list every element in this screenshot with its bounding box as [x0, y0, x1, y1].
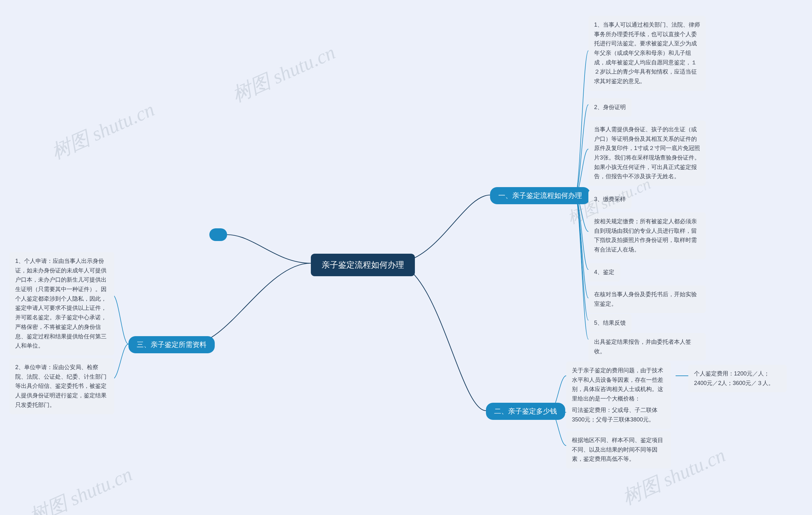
b1-item-4[interactable]: 按相关规定缴费；所有被鉴定人都必须亲自到现场由我们的专业人员进行取样，留下指纹及…	[588, 212, 706, 259]
b1-item-3[interactable]: 3、缴费采样	[588, 190, 632, 209]
b1-item-2[interactable]: 当事人需提供身份证、孩子的出生证（或户口）等证明身份及其相互关系的证件的原件及复…	[588, 121, 706, 186]
b2-item-1[interactable]: 司法鉴定费用：父或母、子二联体3500元；父母子三联体3800元。	[566, 401, 671, 429]
branch-materials[interactable]: 三、亲子鉴定所需资料	[128, 336, 215, 353]
b2-sub[interactable]: 个人鉴定费用：1200元／人；2400元／2人；3600元／３人。	[688, 365, 787, 392]
b1-item-8[interactable]: 出具鉴定结果报告，并由委托者本人签收。	[588, 333, 706, 361]
branch-cost-label: 二、亲子鉴定多少钱	[494, 407, 557, 415]
b1-item-7[interactable]: 5、结果反馈	[588, 314, 632, 332]
b2-item-2[interactable]: 根据地区不同、样本不同、鉴定项目不同、以及出结果的时间不同等因素，鉴定费用高低不…	[566, 431, 671, 468]
center-title: 亲子鉴定流程如何办理	[322, 260, 404, 270]
branch-process[interactable]: 一、亲子鉴定流程如何办理	[490, 187, 590, 204]
branch-process-label: 一、亲子鉴定流程如何办理	[498, 191, 582, 200]
branch-cost[interactable]: 二、亲子鉴定多少钱	[486, 403, 565, 420]
b1-item-1[interactable]: 2、身份证明	[588, 98, 632, 117]
b1-item-6[interactable]: 在核对当事人身份及委托书后，开始实验室鉴定。	[588, 285, 706, 313]
center-topic[interactable]: 亲子鉴定流程如何办理	[311, 254, 415, 276]
b3-item-0[interactable]: 1、个人申请：应由当事人出示身份证，如未办身份证的未成年人可提供户口本，未办户口…	[9, 252, 114, 355]
b3-item-1[interactable]: 2、单位申请：应由公安局、检察院、法院、公证处、纪委、计生部门等出具介绍信、鉴定…	[9, 358, 114, 414]
empty-branch[interactable]	[209, 228, 227, 241]
b1-item-5[interactable]: 4、鉴定	[588, 263, 620, 282]
branch-materials-label: 三、亲子鉴定所需资料	[137, 341, 206, 349]
b1-item-0[interactable]: 1、当事人可以通过相关部门、法院、律师事务所办理委托手续，也可以直接个人委托进行…	[588, 16, 706, 91]
